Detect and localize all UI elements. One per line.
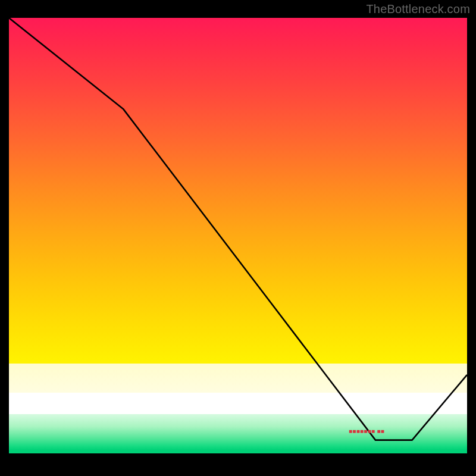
plot-frame: ■■■■■■■ ■■ [9, 18, 467, 467]
line-chart-svg [9, 18, 467, 467]
attribution-label: TheBottleneck.com [366, 2, 470, 16]
minimum-annotation: ■■■■■■■ ■■ [349, 428, 384, 434]
bottleneck-curve-line [9, 18, 467, 440]
chart-container: TheBottleneck.com ■■■■■■■ ■■ [0, 0, 476, 476]
